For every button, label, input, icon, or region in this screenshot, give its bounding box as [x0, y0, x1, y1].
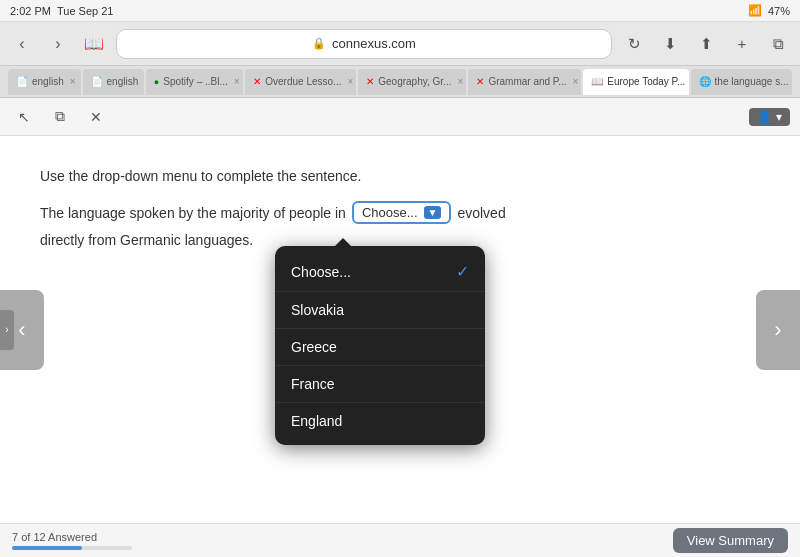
tab-close-icon[interactable]: × — [347, 76, 353, 87]
status-bar: 2:02 PM Tue Sep 21 📶 47% — [0, 0, 800, 22]
option-label: Slovakia — [291, 302, 344, 318]
tab-europe[interactable]: 📖 Europe Today P... — [583, 69, 688, 95]
refresh-button[interactable]: ↻ — [620, 30, 648, 58]
browser-actions: ↻ ⬇ ⬆ + ⧉ — [620, 30, 792, 58]
time: 2:02 PM — [10, 5, 51, 17]
status-left: 2:02 PM Tue Sep 21 — [10, 5, 113, 17]
tab-english-1[interactable]: 📄 english × — [8, 69, 81, 95]
pip-button[interactable]: ⧉ — [46, 103, 74, 131]
progress-section: 7 of 12 Answered — [12, 531, 132, 550]
reader-button[interactable]: 📖 — [80, 30, 108, 58]
tab-label: Europe Today P... — [607, 76, 685, 87]
tab-icon: ✕ — [476, 76, 484, 87]
tab-label: the language s... — [715, 76, 789, 87]
tab-language[interactable]: 🌐 the language s... — [691, 69, 792, 95]
battery: 47% — [768, 5, 790, 17]
side-collapse-tab[interactable]: › — [0, 310, 14, 350]
instruction-text: Use the drop-down menu to complete the s… — [40, 166, 760, 187]
dropdown-option-france[interactable]: France — [275, 366, 485, 403]
dropdown-menu: Choose... ✓ Slovakia Greece France Engla… — [275, 246, 485, 445]
dropdown-option-slovakia[interactable]: Slovakia — [275, 292, 485, 329]
tab-label: Overdue Lesso... — [265, 76, 341, 87]
tab-close-icon[interactable]: × — [573, 76, 579, 87]
user-menu-button[interactable]: 👤 ▾ — [749, 108, 790, 126]
tab-overdue[interactable]: ✕ Overdue Lesso... × — [245, 69, 356, 95]
tab-icon: ✕ — [253, 76, 261, 87]
user-icon: 👤 — [757, 110, 772, 124]
status-right: 📶 47% — [748, 4, 790, 17]
forward-button[interactable]: › — [44, 30, 72, 58]
tab-label: Grammar and P... — [488, 76, 566, 87]
tab-icon: 📖 — [591, 76, 603, 87]
option-label: England — [291, 413, 342, 429]
close-tab-button[interactable]: ✕ — [82, 103, 110, 131]
dropdown-label: Choose... — [362, 205, 418, 220]
dropdown-option-choose[interactable]: Choose... ✓ — [275, 252, 485, 292]
chevron-down-icon: ▼ — [424, 206, 442, 219]
dropdown-option-greece[interactable]: Greece — [275, 329, 485, 366]
dropdown-option-england[interactable]: England — [275, 403, 485, 439]
content-area: ‹ Use the drop-down menu to complete the… — [0, 136, 800, 523]
lock-icon: 🔒 — [312, 37, 326, 50]
bottom-bar: 7 of 12 Answered View Summary — [0, 523, 800, 557]
view-summary-button[interactable]: View Summary — [673, 528, 788, 553]
next-button[interactable]: › — [756, 290, 800, 370]
tab-geography[interactable]: ✕ Geography, Gr... × — [358, 69, 466, 95]
dropdown-button[interactable]: Choose... ▼ — [352, 201, 452, 224]
tab-label: english — [32, 76, 64, 87]
sentence-line: The language spoken by the majority of p… — [40, 201, 760, 224]
tab-icon: 🌐 — [699, 76, 711, 87]
tab-close-icon[interactable]: × — [457, 76, 463, 87]
tab-label: Spotify – ..Bl... — [163, 76, 227, 87]
option-label: Choose... — [291, 264, 351, 280]
address-bar[interactable]: 🔒 connexus.com — [116, 29, 612, 59]
new-tab-button[interactable]: + — [728, 30, 756, 58]
tab-english-2[interactable]: 📄 english — [83, 69, 144, 95]
option-label: Greece — [291, 339, 337, 355]
check-icon: ✓ — [456, 262, 469, 281]
toolbar: ↖ ⧉ ✕ 👤 ▾ — [0, 98, 800, 136]
share-button[interactable]: ⬆ — [692, 30, 720, 58]
browser-bar: ‹ › 📖 🔒 connexus.com ↻ ⬇ ⬆ + ⧉ — [0, 22, 800, 66]
tab-spotify[interactable]: ● Spotify – ..Bl... × — [146, 69, 243, 95]
cursor-tool-button[interactable]: ↖ — [10, 103, 38, 131]
tab-grammar[interactable]: ✕ Grammar and P... × — [468, 69, 581, 95]
spotify-icon: ● — [154, 77, 159, 87]
wifi-icon: 📶 — [748, 4, 762, 17]
sentence-after: evolved — [457, 205, 505, 221]
option-label: France — [291, 376, 335, 392]
back-button[interactable]: ‹ — [8, 30, 36, 58]
tab-close-icon[interactable]: × — [70, 76, 76, 87]
tab-icon: 📄 — [91, 76, 103, 87]
tab-icon: ✕ — [366, 76, 374, 87]
dropdown-arrow — [335, 238, 351, 246]
tabs-bar: 📄 english × 📄 english ● Spotify – ..Bl..… — [0, 66, 800, 98]
progress-bar-fill — [12, 546, 82, 550]
date: Tue Sep 21 — [57, 5, 113, 17]
tabs-button[interactable]: ⧉ — [764, 30, 792, 58]
sentence-before: The language spoken by the majority of p… — [40, 205, 346, 221]
download-button[interactable]: ⬇ — [656, 30, 684, 58]
tab-close-icon[interactable]: × — [234, 76, 240, 87]
progress-label: 7 of 12 Answered — [12, 531, 132, 543]
tab-icon: 📄 — [16, 76, 28, 87]
progress-bar-background — [12, 546, 132, 550]
tab-label: Geography, Gr... — [378, 76, 451, 87]
url-text: connexus.com — [332, 36, 416, 51]
tab-label: english — [107, 76, 139, 87]
user-chevron: ▾ — [776, 110, 782, 124]
